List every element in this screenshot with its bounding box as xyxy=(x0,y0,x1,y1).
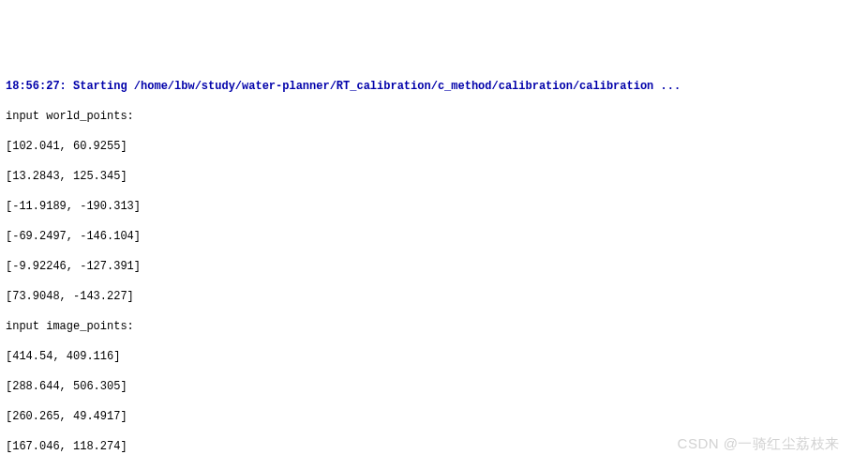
console-output: 18:56:27: Starting /home/lbw/study/water… xyxy=(6,64,862,470)
timestamp: 18:56:27: xyxy=(6,80,67,93)
output-line: [288.644, 506.305] xyxy=(6,379,862,394)
output-line: [-9.92246, -127.391] xyxy=(6,259,862,274)
output-line: [-69.2497, -146.104] xyxy=(6,229,862,244)
output-line: input image_points: xyxy=(6,319,862,334)
output-line: [13.2843, 125.345] xyxy=(6,169,862,184)
output-line: [73.9048, -143.227] xyxy=(6,289,862,304)
output-line: input world_points: xyxy=(6,109,862,124)
output-line: [-11.9189, -190.313] xyxy=(6,199,862,214)
start-line: 18:56:27: Starting /home/lbw/study/water… xyxy=(6,79,862,94)
output-line: [102.041, 60.9255] xyxy=(6,139,862,154)
output-line: [260.265, 49.4917] xyxy=(6,409,862,424)
start-message: Starting /home/lbw/study/water-planner/R… xyxy=(73,80,681,93)
watermark: CSDN @一骑红尘荔枝来 xyxy=(678,436,840,451)
output-line: [414.54, 409.116] xyxy=(6,349,862,364)
